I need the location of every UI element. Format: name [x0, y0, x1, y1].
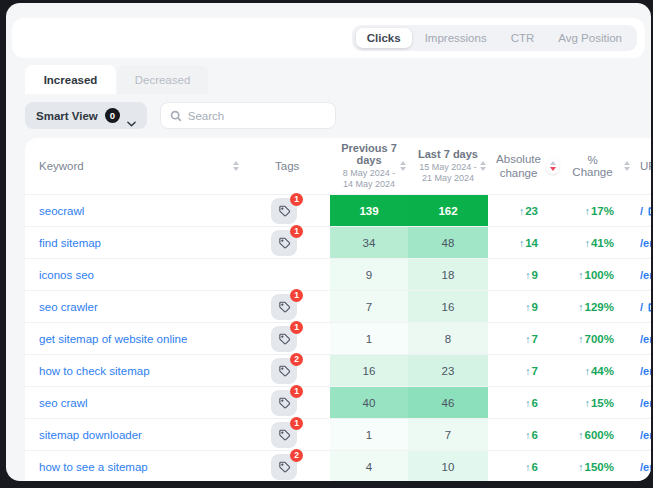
- previous-value-cell: 9: [330, 259, 408, 290]
- url-link[interactable]: /en: [640, 461, 651, 473]
- previous-value-cell: 7: [330, 291, 408, 322]
- url-cell: /en: [630, 419, 651, 450]
- tab-decreased[interactable]: Decreased: [117, 65, 208, 94]
- tab-increased[interactable]: Increased: [25, 65, 116, 94]
- table-row: seo crawl 1 40 46 ↑6 ↑15% /en: [25, 386, 651, 418]
- tags-cell: [245, 259, 330, 290]
- up-arrow-icon: ↑: [578, 333, 583, 345]
- url-link[interactable]: /em: [640, 269, 651, 281]
- metric-segmented-control: Clicks Impressions CTR Avg Position: [352, 25, 637, 51]
- metric-tab-clicks[interactable]: Clicks: [356, 28, 412, 48]
- keyword-link[interactable]: seocrawl: [39, 205, 84, 217]
- tag-icon: [278, 236, 291, 249]
- tag-icon: [278, 332, 291, 345]
- smart-view-dropdown[interactable]: Smart View 0: [25, 102, 147, 129]
- external-link-icon[interactable]: [647, 301, 651, 312]
- tag-count-badge: 1: [290, 289, 303, 302]
- tag-count-badge: 1: [290, 385, 303, 398]
- search-box: [160, 102, 336, 129]
- tag-count-badge: 1: [290, 417, 303, 430]
- url-cell: /en: [630, 387, 651, 418]
- column-label-last: Last 7 days: [418, 148, 478, 160]
- keyword-link[interactable]: seo crawler: [39, 301, 98, 313]
- up-arrow-icon: ↑: [519, 205, 524, 217]
- keyword-link[interactable]: find sitemap: [39, 237, 101, 249]
- last-value-cell: 8: [408, 323, 488, 354]
- keyword-link[interactable]: how to see a sitemap: [39, 461, 148, 473]
- url-link[interactable]: /en: [640, 429, 651, 441]
- tag-button[interactable]: 1: [271, 294, 297, 320]
- up-arrow-icon: ↑: [525, 269, 530, 281]
- url-link[interactable]: /: [640, 205, 643, 217]
- previous-value-cell: 1: [330, 323, 408, 354]
- url-link[interactable]: /en: [640, 237, 651, 249]
- table-row: seo crawler 1 7 16 ↑9 ↑129% /: [25, 290, 651, 322]
- metric-tab-ctr[interactable]: CTR: [500, 28, 546, 48]
- tag-count-badge: 2: [290, 353, 303, 366]
- keyword-link[interactable]: sitemap downloader: [39, 429, 142, 441]
- last-value-cell: 23: [408, 355, 488, 386]
- up-arrow-icon: ↑: [585, 365, 590, 377]
- keyword-cell: get sitemap of website online: [25, 323, 245, 354]
- column-header-absolute-change: Absolute change: [488, 152, 566, 181]
- tag-button[interactable]: 1: [271, 198, 297, 224]
- column-label-percent-change: % Change: [566, 154, 619, 178]
- absolute-change-cell: ↑9: [488, 291, 566, 322]
- tag-button[interactable]: 2: [271, 454, 297, 480]
- sort-icon-last[interactable]: [480, 161, 486, 171]
- top-toolbar: Clicks Impressions CTR Avg Position: [12, 18, 645, 58]
- tag-icon: [278, 396, 291, 409]
- up-arrow-icon: ↑: [519, 237, 524, 249]
- keyword-link[interactable]: seo crawl: [39, 397, 88, 409]
- up-arrow-icon: ↑: [525, 461, 530, 473]
- keyword-cell: sitemap downloader: [25, 419, 245, 450]
- keyword-cell: seocrawl: [25, 195, 245, 226]
- keyword-link[interactable]: how to check sitemap: [39, 365, 150, 377]
- tag-count-badge: 1: [290, 225, 303, 238]
- percent-change-cell: ↑600%: [566, 419, 630, 450]
- url-cell: /: [630, 291, 651, 322]
- tag-button[interactable]: 2: [271, 358, 297, 384]
- table-row: seocrawl 1 139 162 ↑23 ↑17% /: [25, 194, 651, 226]
- sort-icon-previous[interactable]: [400, 161, 406, 171]
- metric-tab-impressions[interactable]: Impressions: [414, 28, 498, 48]
- url-cell: /en: [630, 323, 651, 354]
- external-link-icon[interactable]: [647, 205, 651, 216]
- url-link[interactable]: /en: [640, 333, 651, 345]
- keyword-link[interactable]: iconos seo: [39, 269, 94, 281]
- absolute-change-cell: ↑9: [488, 259, 566, 290]
- absolute-change-cell: ↑23: [488, 195, 566, 226]
- url-cell: /en: [630, 355, 651, 386]
- tag-icon: [278, 428, 291, 441]
- percent-change-cell: ↑150%: [566, 451, 630, 481]
- tag-button[interactable]: 1: [271, 422, 297, 448]
- sort-icon-keyword[interactable]: [233, 161, 239, 171]
- column-header-tags: Tags: [245, 160, 330, 172]
- url-link[interactable]: /en: [640, 365, 651, 377]
- absolute-change-cell: ↑6: [488, 451, 566, 481]
- tags-cell: 1: [245, 387, 330, 418]
- table-row: get sitemap of website online 1 1 8 ↑7 ↑…: [25, 322, 651, 354]
- last-value-cell: 162: [408, 195, 488, 226]
- percent-change-cell: ↑17%: [566, 195, 630, 226]
- absolute-change-cell: ↑7: [488, 355, 566, 386]
- keyword-cell: seo crawler: [25, 291, 245, 322]
- previous-value-cell: 4: [330, 451, 408, 481]
- url-link[interactable]: /: [640, 301, 643, 313]
- metric-tab-avg-position[interactable]: Avg Position: [547, 28, 633, 48]
- up-arrow-icon: ↑: [525, 365, 530, 377]
- tag-button[interactable]: 1: [271, 390, 297, 416]
- search-input[interactable]: [188, 110, 326, 122]
- keyword-link[interactable]: get sitemap of website online: [39, 333, 187, 345]
- last-value-cell: 16: [408, 291, 488, 322]
- percent-change-cell: ↑44%: [566, 355, 630, 386]
- url-link[interactable]: /en: [640, 397, 651, 409]
- sort-icon-absolute-change[interactable]: [547, 158, 559, 174]
- keyword-cell: iconos seo: [25, 259, 245, 290]
- tag-button[interactable]: 1: [271, 326, 297, 352]
- table-body: seocrawl 1 139 162 ↑23 ↑17% /: [25, 194, 651, 481]
- tags-cell: 2: [245, 355, 330, 386]
- column-header-percent-change: % Change: [566, 154, 630, 178]
- tag-button[interactable]: 1: [271, 230, 297, 256]
- search-icon: [170, 110, 182, 122]
